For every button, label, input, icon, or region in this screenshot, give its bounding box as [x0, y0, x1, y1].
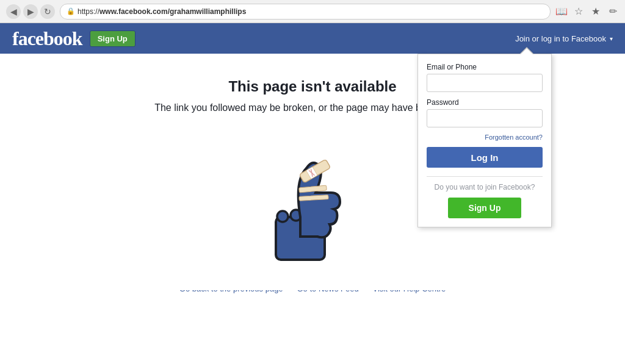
- login-divider: [427, 176, 543, 177]
- facebook-logo: facebook: [12, 27, 82, 50]
- email-input[interactable]: [427, 74, 543, 92]
- bookmark-icon[interactable]: 📖: [555, 5, 568, 18]
- password-label: Password: [427, 98, 543, 107]
- dropdown-arrow-icon: ▾: [610, 35, 613, 42]
- forgotten-account-link[interactable]: Forgotten account?: [427, 134, 543, 141]
- star2-icon[interactable]: ★: [590, 5, 602, 18]
- back-button[interactable]: ◀: [6, 4, 21, 19]
- profile-icon[interactable]: ✏: [607, 5, 619, 18]
- address-bar[interactable]: 🔒 https://www.facebook.com/grahamwilliam…: [60, 4, 551, 20]
- nav-buttons: ◀ ▶ ↻: [6, 4, 55, 19]
- join-text: Do you want to join Facebook?: [427, 183, 543, 191]
- login-panel: Email or Phone Password Forgotten accoun…: [417, 54, 552, 227]
- browser-chrome: ◀ ▶ ↻ 🔒 https://www.facebook.com/grahamw…: [0, 0, 625, 23]
- browser-actions: 📖 ☆ ★ ✏: [555, 5, 619, 18]
- svg-rect-1: [277, 211, 288, 222]
- password-input[interactable]: [427, 109, 543, 127]
- panel-signup-button[interactable]: Sign Up: [448, 198, 521, 218]
- star-icon[interactable]: ☆: [573, 5, 585, 18]
- header-signup-button[interactable]: Sign Up: [90, 30, 135, 47]
- url-text: https://www.facebook.com/grahamwilliamph…: [78, 7, 246, 16]
- login-button[interactable]: Log In: [427, 147, 543, 168]
- forward-button[interactable]: ▶: [23, 4, 38, 19]
- reload-button[interactable]: ↻: [40, 4, 55, 19]
- lock-icon: 🔒: [67, 7, 75, 15]
- header-login-cta[interactable]: Join or log in to Facebook ▾: [515, 34, 613, 43]
- email-label: Email or Phone: [427, 63, 543, 71]
